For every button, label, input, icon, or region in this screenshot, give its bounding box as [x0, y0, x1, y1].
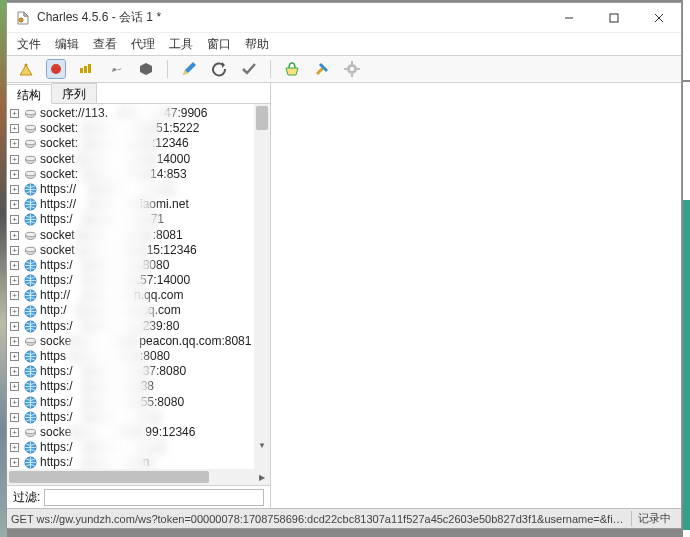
repeat-icon[interactable]	[210, 60, 228, 78]
host-tree[interactable]: +socket://113.47:9906+socket:51:5222+soc…	[7, 104, 270, 469]
maximize-button[interactable]	[591, 3, 636, 33]
menubar: 文件编辑查看代理工具窗口帮助	[7, 33, 681, 55]
tree-node[interactable]: +socke99:12346	[7, 425, 270, 440]
scroll-thumb-h[interactable]	[9, 471, 209, 483]
expand-icon[interactable]: +	[10, 109, 19, 118]
tree-node[interactable]: +socket:8081	[7, 228, 270, 243]
expand-icon[interactable]: +	[10, 200, 19, 209]
menu-item-5[interactable]: 窗口	[207, 36, 231, 53]
redacted-region	[76, 303, 154, 318]
expand-icon[interactable]: +	[10, 155, 19, 164]
vertical-scrollbar[interactable]: ▲ ▼	[254, 104, 270, 469]
app-window: Charles 4.5.6 - 会话 1 * 文件编辑查看代理工具窗口帮助 结构…	[6, 2, 682, 529]
tab-sequence[interactable]: 序列	[52, 83, 97, 103]
tree-node[interactable]: +https:/71	[7, 212, 270, 227]
ssl-icon[interactable]	[77, 60, 95, 78]
tree-node[interactable]: +socket:51:5222	[7, 121, 270, 136]
tree-node[interactable]: +https:/.57:14000	[7, 273, 270, 288]
svg-point-22	[25, 141, 35, 145]
redacted-region	[82, 273, 146, 288]
menu-item-3[interactable]: 代理	[131, 36, 155, 53]
tree-node[interactable]: +socket14000	[7, 152, 270, 167]
globe-icon	[23, 350, 37, 364]
expand-icon[interactable]: +	[10, 276, 19, 285]
scroll-right-icon[interactable]: ▶	[254, 469, 270, 485]
expand-icon[interactable]: +	[10, 261, 19, 270]
expand-icon[interactable]: +	[10, 428, 19, 437]
expand-icon[interactable]: +	[10, 352, 19, 361]
tree-node[interactable]: +https:/38	[7, 379, 270, 394]
tab-structure[interactable]: 结构	[7, 84, 52, 104]
expand-icon[interactable]: +	[10, 185, 19, 194]
tree-node[interactable]: +socket15:12346	[7, 243, 270, 258]
tree-node[interactable]: +socket::12346	[7, 136, 270, 151]
socket-icon	[23, 167, 37, 181]
expand-icon[interactable]: +	[10, 443, 19, 452]
expand-icon[interactable]: +	[10, 291, 19, 300]
menu-item-0[interactable]: 文件	[17, 36, 41, 53]
filter-input[interactable]	[44, 489, 264, 506]
expand-icon[interactable]: +	[10, 170, 19, 179]
tree-node[interactable]: +https:/37:8080	[7, 364, 270, 379]
tree-node-label: socket:14:853	[40, 167, 187, 182]
tree-node-label: https://	[40, 182, 164, 197]
tools-icon[interactable]	[313, 60, 331, 78]
expand-icon[interactable]: +	[10, 124, 19, 133]
menu-item-6[interactable]: 帮助	[245, 36, 269, 53]
throttle-icon[interactable]	[107, 60, 125, 78]
status-recording: 记录中	[631, 511, 677, 526]
breakpoint-icon[interactable]	[137, 60, 155, 78]
horizontal-scrollbar[interactable]: ▶	[7, 469, 270, 485]
basket-icon[interactable]	[283, 60, 301, 78]
tree-node[interactable]: +https:/	[7, 410, 270, 425]
globe-icon	[23, 395, 37, 409]
expand-icon[interactable]: +	[10, 337, 19, 346]
tree-node[interactable]: +https://	[7, 182, 270, 197]
expand-icon[interactable]: +	[10, 139, 19, 148]
tree-node[interactable]: +http://n.qq.com	[7, 288, 270, 303]
svg-rect-9	[88, 64, 91, 73]
tree-node[interactable]: +https:8080	[7, 349, 270, 364]
tree-node[interactable]: +https:/55:8080	[7, 395, 270, 410]
expand-icon[interactable]: +	[10, 231, 19, 240]
tree-node[interactable]: +https:/8080	[7, 258, 270, 273]
expand-icon[interactable]: +	[10, 322, 19, 331]
svg-point-5	[25, 64, 28, 67]
svg-point-20	[25, 126, 35, 130]
menu-item-2[interactable]: 查看	[93, 36, 117, 53]
tree-node[interactable]: +http:/.q.com	[7, 303, 270, 318]
menu-item-4[interactable]: 工具	[169, 36, 193, 53]
socket-icon	[23, 137, 37, 151]
tree-node[interactable]: +socket:14:853	[7, 167, 270, 182]
expand-icon[interactable]: +	[10, 458, 19, 467]
validate-icon[interactable]	[240, 60, 258, 78]
settings-icon[interactable]	[343, 60, 361, 78]
tree-node[interactable]: +https:/n	[7, 455, 270, 469]
expand-icon[interactable]: +	[10, 413, 19, 422]
minimize-button[interactable]	[546, 3, 591, 33]
statusbar: GET ws://gw.yundzh.com/ws?token=00000078…	[7, 508, 681, 528]
tree-node[interactable]: +socket://113.47:9906	[7, 106, 270, 121]
tree-node[interactable]: +sockepeacon.qq.com:8081	[7, 334, 270, 349]
new-session-icon[interactable]	[17, 60, 35, 78]
tree-node-label: https://iaomi.net	[40, 197, 189, 212]
menu-item-1[interactable]: 编辑	[55, 36, 79, 53]
expand-icon[interactable]: +	[10, 307, 19, 316]
tree-node[interactable]: +https:/	[7, 440, 270, 455]
expand-icon[interactable]: +	[10, 382, 19, 391]
expand-icon[interactable]: +	[10, 367, 19, 376]
titlebar[interactable]: Charles 4.5.6 - 会话 1 *	[7, 3, 681, 33]
expand-icon[interactable]: +	[10, 246, 19, 255]
tree-node[interactable]: +https:/239:80	[7, 319, 270, 334]
tree-node[interactable]: +https://iaomi.net	[7, 197, 270, 212]
edit-icon[interactable]	[180, 60, 198, 78]
scroll-thumb-v[interactable]	[256, 106, 268, 130]
expand-icon[interactable]: +	[10, 215, 19, 224]
record-icon[interactable]	[47, 60, 65, 78]
close-button[interactable]	[636, 3, 681, 33]
svg-point-0	[19, 18, 23, 22]
svg-point-40	[25, 338, 35, 342]
expand-icon[interactable]: +	[10, 398, 19, 407]
scroll-down-icon[interactable]: ▼	[254, 437, 270, 453]
globe-icon	[23, 319, 37, 333]
